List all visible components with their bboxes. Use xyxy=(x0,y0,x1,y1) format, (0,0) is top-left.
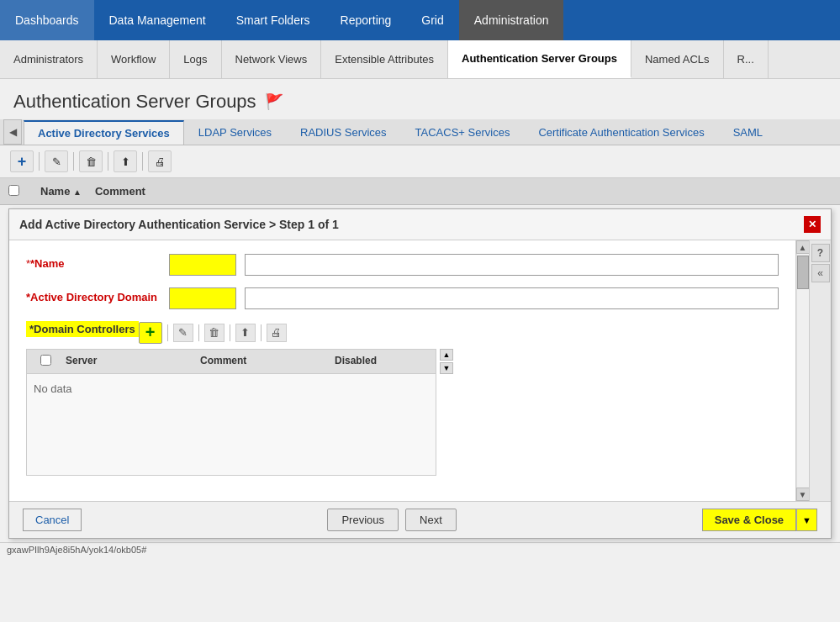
dc-down-arrow[interactable]: ▼ xyxy=(440,362,453,374)
nav-smart-folders[interactable]: Smart Folders xyxy=(221,0,325,40)
dc-comment-col-header: Comment xyxy=(193,353,328,370)
page-title-bar: Authentication Server Groups 🚩 xyxy=(0,79,840,119)
dialog-content: **Name *Active Directory Domain xyxy=(9,240,795,501)
dc-sep-2 xyxy=(198,324,199,341)
dc-edit-button[interactable]: ✎ xyxy=(173,324,193,342)
subnav-named-acls[interactable]: Named ACLs xyxy=(631,40,724,78)
inner-toolbar: + ✎ 🗑 ⬆ 🖨 xyxy=(139,322,295,344)
print-button[interactable]: 🖨 xyxy=(148,150,172,172)
dc-sep-4 xyxy=(261,324,262,341)
dc-server-col-header: Server xyxy=(59,353,193,370)
dialog-body: **Name *Active Directory Domain xyxy=(9,240,795,501)
page-title: Authentication Server Groups xyxy=(13,91,256,113)
name-column-header: Name ▲ xyxy=(34,183,88,199)
save-close-button[interactable]: Save & Close xyxy=(702,509,796,531)
footer-center: Previous Next xyxy=(327,509,456,531)
toolbar-sep-1 xyxy=(39,152,40,171)
subnav-auth-server-groups[interactable]: Authentication Server Groups xyxy=(448,40,631,78)
tab-tacacs[interactable]: TACACS+ Services xyxy=(401,120,525,144)
select-all-checkbox[interactable] xyxy=(8,185,19,196)
add-button[interactable]: + xyxy=(10,150,34,172)
delete-button[interactable]: 🗑 xyxy=(79,150,103,172)
nav-data-management[interactable]: Data Management xyxy=(94,0,221,40)
help-icon[interactable]: ? xyxy=(811,244,830,262)
toolbar-sep-4 xyxy=(142,152,143,171)
subnav-workflow[interactable]: Workflow xyxy=(98,40,170,78)
subnav-r[interactable]: R... xyxy=(724,40,769,78)
sub-navigation: Administrators Workflow Logs Network Vie… xyxy=(0,40,840,79)
tab-radius[interactable]: RADIUS Services xyxy=(286,120,401,144)
top-navigation: Dashboards Data Management Smart Folders… xyxy=(0,0,840,40)
scroll-up-arrow[interactable]: ▲ xyxy=(796,240,810,254)
dc-disabled-col-header: Disabled xyxy=(328,353,429,370)
nav-dashboards[interactable]: Dashboards xyxy=(0,0,94,40)
cancel-button[interactable]: Cancel xyxy=(23,509,82,531)
tab-scroll-left[interactable]: ◀ xyxy=(3,119,22,145)
dc-upload-button[interactable]: ⬆ xyxy=(235,324,256,342)
domain-controllers-row: *Domain Controllers + ✎ 🗑 ⬆ 🖨 xyxy=(26,321,779,476)
main-table-header: Name ▲ Comment xyxy=(0,178,840,205)
dc-table-area: Server Comment Disabled No data ▲ xyxy=(26,349,453,476)
flag-icon: 🚩 xyxy=(265,92,283,111)
tab-certificate[interactable]: Certificate Authentication Services xyxy=(524,120,718,144)
ad-domain-input-2[interactable] xyxy=(245,287,779,309)
tab-active-directory[interactable]: Active Directory Services xyxy=(24,120,184,145)
scroll-down-arrow[interactable]: ▼ xyxy=(796,488,810,501)
dialog-scrollbar[interactable]: ▲ ▼ xyxy=(795,240,809,501)
dialog-close-button[interactable]: ✕ xyxy=(804,216,821,233)
subnav-network-views[interactable]: Network Views xyxy=(222,40,322,78)
dc-table: Server Comment Disabled No data xyxy=(26,349,436,476)
subnav-extensible-attributes[interactable]: Extensible Attributes xyxy=(321,40,448,78)
subnav-logs[interactable]: Logs xyxy=(170,40,221,78)
previous-button[interactable]: Previous xyxy=(327,509,399,531)
tab-saml[interactable]: SAML xyxy=(719,120,777,144)
right-sidebar: ? « xyxy=(809,240,831,501)
nav-grid[interactable]: Grid xyxy=(406,0,458,40)
dialog-title: Add Active Directory Authentication Serv… xyxy=(19,218,339,231)
toolbar-sep-2 xyxy=(73,152,74,171)
name-input-2[interactable] xyxy=(245,254,779,276)
upload-button[interactable]: ⬆ xyxy=(114,150,137,172)
ad-domain-form-row: *Active Directory Domain xyxy=(26,287,779,309)
subnav-administrators[interactable]: Administrators xyxy=(0,40,98,78)
dc-table-body: No data xyxy=(27,374,436,475)
dc-arrow-buttons: ▲ ▼ xyxy=(440,349,453,476)
main-toolbar: + ✎ 🗑 ⬆ 🖨 xyxy=(0,145,840,178)
nav-administration[interactable]: Administration xyxy=(459,0,564,40)
dc-table-header: Server Comment Disabled xyxy=(27,350,436,374)
footer-right: Save & Close ▼ xyxy=(702,509,817,531)
domain-controllers-label: *Domain Controllers xyxy=(26,321,139,337)
collapse-icon[interactable]: « xyxy=(811,264,830,282)
dc-print-button[interactable]: 🖨 xyxy=(267,324,287,342)
header-checkbox xyxy=(8,185,34,198)
tab-ldap[interactable]: LDAP Services xyxy=(184,120,286,144)
dialog-title-bar: Add Active Directory Authentication Serv… xyxy=(9,209,831,240)
dc-select-all[interactable] xyxy=(40,355,51,366)
ad-domain-input[interactable] xyxy=(169,287,236,309)
ad-domain-label: *Active Directory Domain xyxy=(26,287,161,303)
name-input[interactable] xyxy=(169,254,236,276)
next-button[interactable]: Next xyxy=(405,509,457,531)
scroll-thumb[interactable] xyxy=(797,256,809,289)
dialog-footer: Cancel Previous Next Save & Close ▼ xyxy=(9,501,831,538)
add-service-dialog: Add Active Directory Authentication Serv… xyxy=(8,208,832,539)
save-close-dropdown[interactable]: ▼ xyxy=(796,509,817,531)
dc-delete-button[interactable]: 🗑 xyxy=(204,324,225,342)
scroll-track xyxy=(797,254,809,488)
name-label: **Name xyxy=(26,254,161,270)
toolbar-sep-3 xyxy=(108,152,108,171)
edit-button[interactable]: ✎ xyxy=(45,150,68,172)
dc-sep-3 xyxy=(230,324,230,341)
comment-column-header: Comment xyxy=(88,183,152,199)
status-bar: gxawPIlh9Aje8i5hA/yok14/okb05# xyxy=(0,542,840,556)
nav-reporting[interactable]: Reporting xyxy=(325,0,407,40)
inner-tab-bar: ◀ Active Directory Services LDAP Service… xyxy=(0,119,840,145)
name-form-row: **Name xyxy=(26,254,779,276)
status-url: gxawPIlh9Aje8i5hA/yok14/okb05# xyxy=(7,545,146,555)
dc-add-button[interactable]: + xyxy=(139,322,162,344)
no-data-text: No data xyxy=(34,382,72,395)
dc-sep-1 xyxy=(167,324,168,341)
dc-up-arrow[interactable]: ▲ xyxy=(440,349,453,361)
main-content: Authentication Server Groups 🚩 ◀ Active … xyxy=(0,79,840,622)
dialog-scroll-area: ▲ ▼ **Name xyxy=(9,240,831,501)
